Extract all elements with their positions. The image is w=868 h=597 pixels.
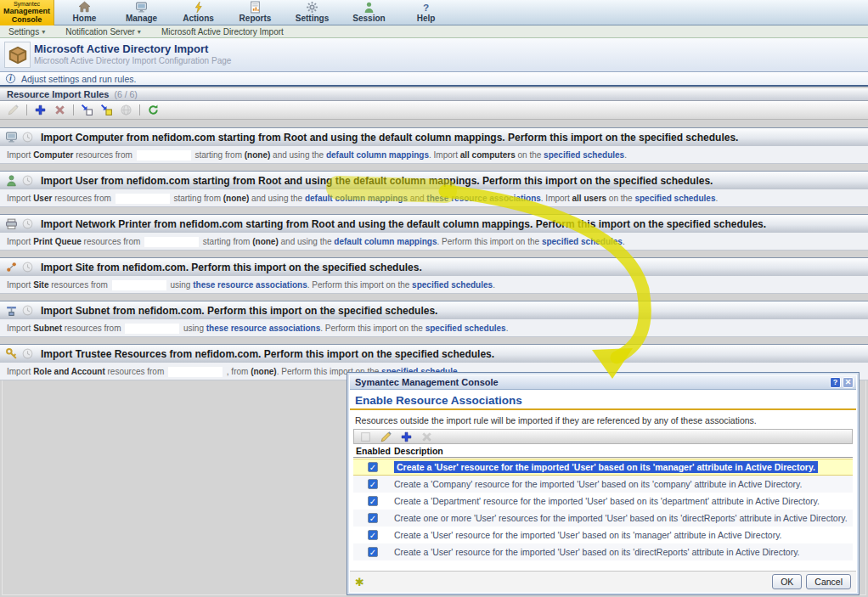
rule-header[interactable]: Import Network Printer from nefidom.com … [0, 214, 868, 233]
enabled-checkbox[interactable]: ✓ [368, 462, 378, 472]
import-button[interactable] [100, 104, 113, 116]
enabled-checkbox[interactable]: ✓ [368, 513, 378, 523]
detail-link[interactable]: specified schedules [544, 150, 624, 160]
breadcrumb-label: Settings [8, 27, 39, 37]
detail-text: (none) [252, 237, 279, 246]
dialog-close-icon[interactable]: ✕ [843, 377, 854, 388]
breadcrumb-label: Microsoft Active Directory Import [161, 27, 284, 37]
detail-text: Import [7, 324, 33, 333]
detail-text: Import [7, 280, 33, 290]
page-subtitle: Microsoft Active Directory Import Config… [34, 56, 231, 65]
detail-link[interactable]: default column mappings [326, 150, 429, 160]
enabled-checkbox[interactable]: ✓ [368, 479, 378, 489]
home-icon [78, 1, 91, 14]
detail-text: Print Queue [33, 237, 82, 246]
association-row[interactable]: ✓ Create one or more 'User' resources fo… [353, 510, 853, 527]
detail-link[interactable]: specified schedules [542, 237, 623, 246]
association-row[interactable]: ✓ Create a 'Department' resource for the… [353, 493, 853, 510]
menu-item-actions[interactable]: Actions [170, 0, 227, 25]
breadcrumb-item[interactable]: Microsoft Active Directory Import [161, 27, 284, 37]
rule-detail: Import Subnet resources from using these… [0, 319, 868, 337]
view-button[interactable] [359, 431, 372, 443]
redacted-field [125, 324, 179, 334]
detail-link[interactable]: specified schedules [426, 324, 506, 333]
dialog-help-button[interactable]: ? [830, 377, 841, 388]
detail-link[interactable]: default column mappings [334, 237, 437, 246]
symantec-logo: Symantec Management Console [0, 0, 54, 25]
redacted-field [112, 280, 166, 290]
rule-header[interactable]: Import Subnet from nefidom.com. Perform … [0, 301, 868, 319]
printer-icon [5, 217, 18, 230]
menu-item-label: Actions [183, 14, 214, 24]
detail-text: resources from [48, 280, 110, 290]
breadcrumb-item[interactable]: Notification Server ▾ [65, 27, 141, 37]
add-button[interactable] [400, 431, 413, 443]
enabled-checkbox[interactable]: ✓ [368, 496, 378, 506]
association-description: Create a 'Department' resource for the i… [394, 496, 820, 506]
menu-item-label: Manage [126, 14, 157, 24]
detail-text: . [506, 324, 509, 333]
detail-text: . Perform this import on the [307, 280, 412, 290]
run-button[interactable] [120, 104, 132, 116]
menu-item-session[interactable]: Session [341, 0, 397, 25]
association-row[interactable]: ✓ Create a 'User' resource for the impor… [353, 543, 853, 560]
detail-link[interactable]: these resource associations [426, 194, 541, 203]
menu-item-help[interactable]: ? Help [397, 0, 454, 25]
menu-item-home[interactable]: Home [56, 0, 113, 25]
detail-link[interactable]: these resource associations [193, 280, 307, 290]
dialog-titlebar[interactable]: Symantec Management Console ? ✕ [350, 375, 856, 390]
enabled-checkbox[interactable]: ✓ [368, 530, 378, 540]
detail-text: (none) [245, 150, 271, 160]
menu-item-reports[interactable]: Reports [227, 0, 284, 25]
detail-link[interactable]: default column mappings [305, 194, 408, 203]
ok-button[interactable]: OK [772, 574, 802, 589]
detail-text: on the [516, 150, 544, 160]
detail-text: Role and Account [33, 367, 105, 376]
detail-text: . [624, 150, 627, 160]
rule-title: Import User from nefidom.com starting fr… [41, 175, 713, 187]
detail-text: all computers [460, 150, 516, 160]
enable-resource-associations-dialog: Symantec Management Console ? ✕ Enable R… [347, 372, 860, 595]
association-row[interactable]: ✓ Create a 'Company' resource for the im… [353, 476, 853, 493]
rules-toolbar [0, 101, 868, 120]
redacted-field [144, 237, 199, 247]
association-row[interactable]: ✓ Create a 'User' resource for the impor… [353, 459, 853, 476]
rule-header[interactable]: Import Site from nefidom.com. Perform th… [0, 257, 868, 276]
svg-text:?: ? [423, 2, 429, 13]
detail-link[interactable]: specified schedules [634, 194, 715, 203]
rule-header[interactable]: Import User from nefidom.com starting fr… [0, 171, 868, 189]
association-row[interactable]: ✓ Create a 'User' resource for the impor… [353, 527, 853, 543]
computer-icon [5, 131, 18, 144]
delete-gray-button[interactable] [420, 431, 433, 443]
rule-title: Import Subnet from nefidom.com. Perform … [41, 305, 437, 317]
subnet-icon [5, 304, 18, 317]
breadcrumb-label: Notification Server [65, 27, 135, 37]
menu-item-label: Home [73, 14, 97, 24]
menu-item-manage[interactable]: Manage [113, 0, 170, 25]
manage-icon [135, 1, 148, 14]
detail-text: Import [7, 237, 33, 246]
detail-text: User [33, 194, 52, 203]
site-icon [5, 261, 18, 273]
info-text: Adjust settings and run rules. [21, 74, 136, 84]
enabled-checkbox[interactable]: ✓ [368, 547, 378, 557]
edit-button[interactable] [380, 431, 392, 443]
rule-header[interactable]: Import Trustee Resources from nefidom.co… [0, 344, 868, 363]
breadcrumb: Settings ▾ Notification Server ▾ Microso… [0, 25, 868, 38]
page-header: Microsoft Active Directory Import Micros… [0, 38, 868, 72]
detail-link[interactable]: these resource associations [206, 324, 321, 333]
refresh-button[interactable] [147, 104, 160, 116]
schedule-icon [21, 261, 34, 273]
detail-link[interactable]: specified schedules [412, 280, 493, 290]
edit-button[interactable] [7, 104, 20, 116]
breadcrumb-item[interactable]: Settings ▾ [8, 27, 45, 37]
detail-text: . [493, 280, 495, 290]
rule-header[interactable]: Import Computer from nefidom.com startin… [0, 127, 868, 146]
association-rows: ✓ Create a 'User' resource for the impor… [353, 459, 853, 560]
cancel-button[interactable]: Cancel [806, 574, 851, 589]
delete-button[interactable] [54, 104, 66, 116]
detail-text: resources from [82, 237, 143, 246]
add-button[interactable] [34, 104, 47, 116]
menu-item-settings[interactable]: Settings [284, 0, 341, 25]
export-button[interactable] [81, 104, 93, 116]
